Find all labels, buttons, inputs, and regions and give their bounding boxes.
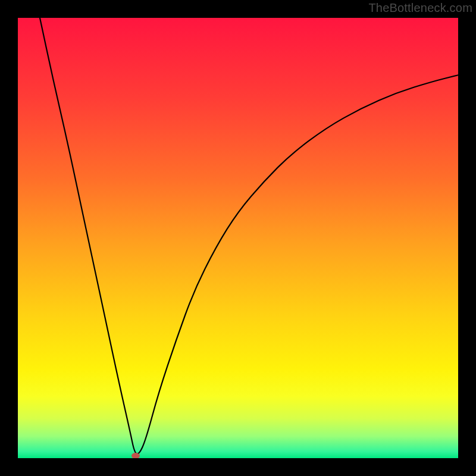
- chart-background: [18, 18, 458, 458]
- chart-svg: [18, 18, 458, 458]
- chart-frame: TheBottleneck.com: [0, 0, 476, 476]
- plot-area: [18, 18, 458, 458]
- min-bottleneck-point: [131, 453, 140, 458]
- watermark-text: TheBottleneck.com: [368, 1, 472, 15]
